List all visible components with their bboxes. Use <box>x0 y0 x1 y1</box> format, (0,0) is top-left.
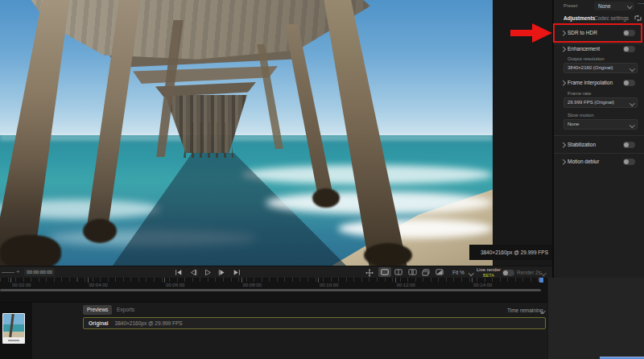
scene-horizon-haze <box>0 134 493 141</box>
tab-exports[interactable]: Exports <box>113 305 138 315</box>
timeline-scrollbar[interactable] <box>0 289 541 291</box>
timeline-major-tick <box>318 278 319 283</box>
chevron-down-icon <box>630 101 634 105</box>
timeline-playhead-marker[interactable] <box>539 278 543 283</box>
timeline-major-tick <box>88 278 89 283</box>
timeline-tick-label: 00:08:00 <box>243 283 262 287</box>
clip-thumbnail-caption <box>8 340 19 341</box>
timeline-panel: 00:02:0000:04:0000:06:0000:08:0000:10:00… <box>0 278 547 302</box>
video-ai-app: 3840×2160px @ 29.999 FPS Preset None ⋯ A… <box>0 0 644 359</box>
output-resolution-value: 3840×2160 (Original) <box>568 65 613 70</box>
timeline-tick-label: 00:10:00 <box>320 283 338 287</box>
motion-deblur-toggle[interactable] <box>623 159 635 165</box>
motion-deblur-label: Motion deblur <box>568 159 599 164</box>
view-stacked-button[interactable] <box>419 267 432 277</box>
scene-pylon-base <box>312 188 340 208</box>
ellipsis-menu-icon[interactable]: ⋯ <box>638 0 644 7</box>
clip-strip <box>0 303 32 359</box>
view-side-by-side-button[interactable] <box>406 267 419 277</box>
timeline-tick-label: 00:02:00 <box>12 283 31 287</box>
scene-pylon-base <box>364 243 412 266</box>
slow-motion-label: Slow motion <box>568 113 594 118</box>
timeline-major-tick <box>242 278 242 283</box>
enhancement-label: Enhancement <box>568 46 600 52</box>
preview-row-info: 3840×2160px @ 29.999 FPS <box>115 320 183 326</box>
chevron-down-icon <box>630 122 634 127</box>
video-preview-image[interactable] <box>0 0 493 266</box>
scene-foam <box>338 219 493 238</box>
clip-thumbnail-pylon <box>9 314 14 337</box>
section-expand-icon[interactable] <box>560 159 565 164</box>
output-resolution-dropdown[interactable]: 3840×2160 (Original) <box>564 63 638 73</box>
section-expand-icon[interactable] <box>560 80 565 85</box>
tab-codec-settings[interactable]: Codec settings <box>594 15 629 21</box>
chevron-down-icon <box>469 270 473 275</box>
frame-rate-label: Frame rate <box>568 91 591 96</box>
stabilization-toggle[interactable] <box>623 142 635 148</box>
stabilization-label: Stabilization <box>568 142 596 147</box>
clip-thumbnail-image <box>3 314 24 337</box>
frame-interpolation-toggle[interactable] <box>623 80 635 86</box>
view-split-button[interactable] <box>392 267 405 277</box>
scene-pylon-base <box>83 219 117 243</box>
view-diagonal-split-button[interactable] <box>433 267 446 277</box>
timeline-major-tick <box>10 278 11 283</box>
view-single-button[interactable] <box>378 267 391 277</box>
chevron-down-icon <box>630 66 634 71</box>
section-expand-icon[interactable] <box>560 47 565 52</box>
skip-end-button[interactable] <box>231 268 242 277</box>
pan-tool-icon[interactable] <box>364 268 375 277</box>
previews-panel: Previews Exports Time remaining Original… <box>0 302 547 359</box>
skip-start-button[interactable] <box>173 268 184 277</box>
red-arrow-annotation <box>510 22 554 44</box>
fit-zoom-dropdown[interactable]: Fit % <box>452 270 464 275</box>
timeline-tick-label: 00:12:00 <box>397 283 415 287</box>
timeline-ruler[interactable]: 00:02:0000:04:0000:06:0000:08:0000:10:00… <box>0 278 544 288</box>
enhancement-toggle[interactable] <box>623 46 635 52</box>
divider <box>554 153 644 154</box>
preview-row-name: Original <box>89 320 109 326</box>
timeline-major-tick <box>395 278 396 283</box>
live-render-label: Live render <box>477 267 501 272</box>
tab-adjustments[interactable]: Adjustments <box>564 15 595 21</box>
preview-list-row[interactable]: Original 3840×2160px @ 29.999 FPS <box>83 317 546 329</box>
tab-previews[interactable]: Previews <box>83 305 112 315</box>
frame-rate-dropdown[interactable]: 29.999 FPS (Original) <box>564 97 638 108</box>
time-remaining-dropdown[interactable]: Time remaining <box>507 307 543 313</box>
section-expand-icon[interactable] <box>560 142 565 147</box>
render-button[interactable]: Render 2s <box>517 270 541 275</box>
frame-rate-value: 29.999 FPS (Original) <box>568 100 614 105</box>
chevron-down-icon <box>541 270 546 275</box>
viewport-zoom-slider[interactable] <box>2 272 14 273</box>
output-resolution-label: Output resolution <box>568 56 605 61</box>
play-button[interactable] <box>202 268 213 277</box>
zoom-plus-icon[interactable]: + <box>16 268 20 276</box>
preset-label: Preset <box>564 3 577 8</box>
divider <box>554 43 644 44</box>
preset-value: None <box>598 2 611 10</box>
step-forward-button[interactable] <box>217 268 228 277</box>
scene-pylon-base <box>0 235 61 266</box>
slow-motion-dropdown[interactable]: None <box>564 119 638 130</box>
clip-thumbnail[interactable] <box>2 313 25 344</box>
timeline-major-tick <box>472 278 473 283</box>
live-render-toggle[interactable] <box>502 270 514 276</box>
timeline-tick-label: 00:04:00 <box>89 283 108 287</box>
resolution-overlay: 3840×2160px @ 29.999 FPS <box>469 245 552 260</box>
timecode-display: 00:00:00:00 <box>24 268 55 276</box>
timeline-major-tick <box>164 278 165 283</box>
chevron-down-icon <box>627 3 632 8</box>
preset-dropdown[interactable]: None <box>594 2 634 10</box>
transport-bar: + 00:00:00:00 <box>0 266 552 278</box>
video-viewport: 3840×2160px @ 29.999 FPS <box>0 0 552 266</box>
step-back-button[interactable] <box>188 268 199 277</box>
frame-interpolation-label: Frame interpolation <box>568 80 613 85</box>
crop-rotate-icon[interactable] <box>634 14 642 22</box>
timeline-tick-label: 00:06:00 <box>166 283 184 287</box>
timeline-tick-label: 00:14:00 <box>473 283 492 287</box>
slow-motion-value: None <box>568 122 579 126</box>
red-highlight-box <box>553 23 642 43</box>
corner-panel <box>548 278 644 359</box>
divider <box>554 135 644 136</box>
